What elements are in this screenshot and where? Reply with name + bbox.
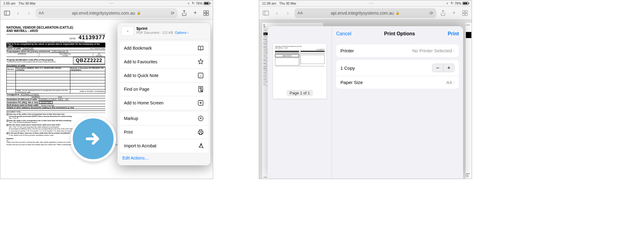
page-indicator: Page 1 of 1 [287, 90, 313, 96]
battery-pct: 78% [455, 2, 461, 5]
chevron-right-icon: › [453, 48, 455, 53]
new-tab-icon[interactable]: + [450, 9, 458, 17]
status-time: 1:55 am [3, 2, 16, 5]
pic-value: QBZZ2222 [73, 57, 105, 64]
url-bar[interactable]: AA api.envd.integritysystems.com.au 🔒 ⟳ [294, 8, 436, 18]
arrow-badge [70, 116, 116, 162]
status-time: 11:38 am [262, 2, 276, 5]
dest-pic-value: 3AGEF006 [39, 101, 53, 104]
doc-subtitle: AND WAYBILL - eNVD [6, 29, 105, 33]
share-print[interactable]: Print [120, 125, 208, 139]
svg-rect-21 [463, 13, 465, 16]
lock-icon: 🔒 [137, 11, 141, 15]
print-modal: NATIONAL VENDOR DECLARATION (CATTLE)AND … [268, 26, 463, 179]
book-icon [197, 45, 204, 51]
forward-icon[interactable]: › [283, 9, 292, 17]
print-options-title: Print Options [384, 31, 415, 37]
svg-rect-3 [206, 11, 209, 13]
refresh-icon[interactable]: ⟳ [430, 11, 433, 16]
doc-id: 41139377 [79, 34, 105, 41]
markup-icon [197, 115, 204, 122]
svg-rect-20 [465, 11, 467, 13]
browser-toolbar: ‹ › AA api.envd.integritysystems.com.au … [259, 6, 472, 20]
forward-icon[interactable]: › [25, 9, 33, 17]
share-markup[interactable]: Markup [120, 112, 208, 125]
dest-diff-value: RODWELLS SALE: SALE , VIC [38, 98, 69, 101]
svg-rect-19 [463, 11, 465, 13]
sidebar-icon[interactable] [3, 9, 11, 17]
battery-pct: 76% [196, 2, 202, 5]
svg-rect-4 [204, 13, 206, 16]
tabs-icon[interactable] [202, 9, 210, 17]
doc-cnum: C0720 [69, 37, 76, 40]
svg-rect-17 [263, 11, 269, 15]
find-page-icon [197, 86, 204, 93]
share-homescreen[interactable]: Add to Home Screen [120, 96, 208, 110]
print-preview[interactable]: NATIONAL VENDOR DECLARATION (CATTLE)AND … [273, 44, 326, 99]
text-size-icon[interactable]: AA [297, 11, 303, 15]
share-find[interactable]: Find on Page [120, 82, 208, 96]
edit-actions-link[interactable]: Edit Actions… [118, 153, 210, 163]
share-sheet: ▦ $print PDF Document · 112 KB Options ›… [118, 23, 210, 165]
tabs-icon[interactable] [461, 9, 469, 17]
status-bar: 11:38 am Thu 30 Mar ⋯ ᯤ ↻ 78% [259, 0, 472, 6]
share-bookmark[interactable]: Add Bookmark [120, 41, 208, 55]
browser-toolbar: ‹ › AA api.envd.integritysystems.com.au … [0, 6, 213, 20]
svg-rect-2 [204, 11, 206, 13]
chevron-right-icon: › [453, 80, 455, 85]
acrobat-icon [197, 142, 204, 149]
battery-icon [204, 2, 210, 5]
svg-point-10 [201, 90, 202, 91]
url-text: api.envd.integritysystems.com.au [72, 11, 135, 16]
share-icon[interactable] [180, 9, 188, 17]
consigned-value: RODWELLS SALE [20, 93, 40, 96]
svg-line-11 [202, 91, 202, 92]
stepper-minus-icon[interactable]: − [432, 64, 443, 72]
share-icon[interactable] [439, 9, 447, 17]
svg-rect-16 [199, 133, 202, 135]
svg-rect-5 [206, 13, 209, 16]
share-title: $print [136, 26, 188, 31]
copies-stepper[interactable]: − + [432, 64, 455, 72]
doc-title: NATIONAL VENDOR DECLARATION (CATTLE) [6, 26, 105, 29]
back-icon[interactable]: ‹ [14, 9, 22, 17]
url-bar[interactable]: AA api.envd.integritysystems.com.au 🔒 ⟳ [36, 8, 178, 18]
journey-value: 1/456 Spencer St [51, 50, 69, 53]
wifi-icon: ᯤ [446, 2, 449, 5]
url-text: api.envd.integritysystems.com.au [331, 11, 394, 16]
svg-rect-6 [198, 73, 203, 78]
quicknote-icon [197, 72, 204, 79]
wifi-icon: ᯤ [187, 2, 191, 5]
share-quicknote[interactable]: Add to Quick Note [120, 69, 208, 82]
share-favourites[interactable]: Add to Favourites [120, 55, 208, 69]
printer-row[interactable]: Printer No Printer Selected› [336, 44, 459, 57]
battery-icon [463, 2, 469, 5]
part-a-header: Part A To be completed by the owner or p… [6, 43, 105, 47]
status-date: Thu 30 Mar [19, 2, 36, 5]
share-thumbnail: ▦ [121, 26, 134, 36]
stepper-plus-icon[interactable]: + [443, 64, 454, 72]
sidebar-icon[interactable] [262, 9, 270, 17]
status-date: Thu 30 Mar [279, 2, 296, 5]
text-size-icon[interactable]: AA [39, 11, 44, 15]
cancel-button[interactable]: Cancel [336, 31, 351, 37]
owner-value: OracleCMS [22, 47, 34, 50]
cattle-table: NumberDescription (BREED, SEX, E.G. HERE… [6, 67, 105, 93]
printer-icon [197, 129, 204, 135]
print-button[interactable]: Print [448, 31, 459, 37]
add-square-icon [197, 100, 204, 106]
new-tab-icon[interactable]: + [191, 9, 199, 17]
refresh-icon[interactable]: ⟳ [171, 11, 174, 16]
svg-point-15 [198, 116, 203, 121]
status-bar: 1:55 am Thu 30 Mar ⋯ ᯤ ↻ 76% [0, 0, 213, 6]
svg-rect-0 [4, 11, 10, 15]
lock-icon: 🔒 [396, 11, 400, 15]
back-icon[interactable]: ‹ [273, 9, 281, 17]
star-icon [197, 58, 204, 65]
svg-rect-22 [465, 13, 467, 16]
paper-size-row[interactable]: Paper Size A4› [336, 76, 459, 89]
copies-row: 1 Copy − + [336, 60, 459, 76]
share-options-link[interactable]: Options › [175, 31, 189, 34]
share-acrobat[interactable]: Import to Acrobat [120, 139, 208, 153]
